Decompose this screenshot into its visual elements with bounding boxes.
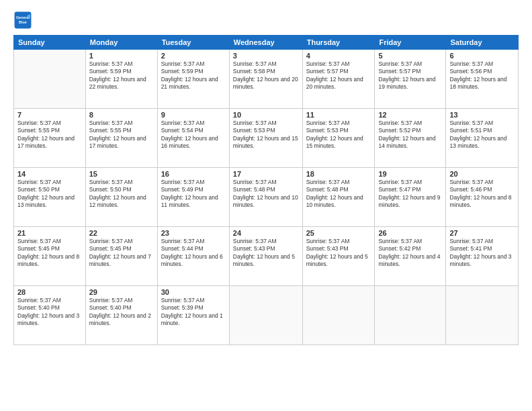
calendar-week-row: 1 Sunrise: 5:37 AM Sunset: 5:59 PM Dayli…	[14, 50, 519, 109]
calendar-week-row: 28 Sunrise: 5:37 AM Sunset: 5:40 PM Dayl…	[14, 286, 519, 345]
daylight-label: Daylight: 12 hours and 20 minutes.	[233, 76, 298, 90]
calendar-week-row: 7 Sunrise: 5:37 AM Sunset: 5:55 PM Dayli…	[14, 109, 519, 168]
sunrise-label: Sunrise: 5:37 AM	[17, 179, 61, 185]
sunrise-label: Sunrise: 5:37 AM	[306, 179, 350, 185]
col-header-tuesday: Tuesday	[157, 36, 229, 50]
day-info: Sunrise: 5:37 AM Sunset: 5:40 PM Dayligh…	[89, 297, 154, 328]
daylight-label: Daylight: 12 hours and 8 minutes.	[17, 253, 79, 267]
sunset-label: Sunset: 5:42 PM	[378, 245, 420, 252]
daylight-label: Daylight: 12 hours and 20 minutes.	[306, 76, 363, 90]
day-info: Sunrise: 5:37 AM Sunset: 5:43 PM Dayligh…	[306, 238, 371, 269]
daylight-label: Daylight: 12 hours and 17 minutes.	[17, 135, 75, 149]
sunset-label: Sunset: 5:59 PM	[161, 68, 204, 75]
day-number: 19	[378, 170, 442, 178]
daylight-label: Daylight: 12 hours and 6 minutes.	[161, 253, 223, 267]
sunset-label: Sunset: 5:44 PM	[161, 245, 204, 252]
day-info: Sunrise: 5:37 AM Sunset: 5:43 PM Dayligh…	[233, 238, 299, 269]
day-info: Sunrise: 5:37 AM Sunset: 5:42 PM Dayligh…	[378, 238, 442, 269]
daylight-label: Daylight: 12 hours and 15 minutes.	[233, 135, 298, 149]
sunrise-label: Sunrise: 5:37 AM	[161, 179, 205, 185]
day-number: 28	[17, 288, 82, 296]
day-number: 18	[306, 170, 371, 178]
day-info: Sunrise: 5:37 AM Sunset: 5:55 PM Dayligh…	[89, 120, 154, 150]
sunrise-label: Sunrise: 5:37 AM	[89, 60, 133, 67]
day-info: Sunrise: 5:37 AM Sunset: 5:53 PM Dayligh…	[233, 120, 299, 150]
col-header-sunday: Sunday	[14, 36, 86, 50]
day-info: Sunrise: 5:37 AM Sunset: 5:45 PM Dayligh…	[89, 238, 154, 269]
sunset-label: Sunset: 5:50 PM	[89, 186, 132, 193]
day-number: 15	[89, 170, 154, 178]
day-number: 1	[89, 52, 154, 60]
day-number: 30	[161, 288, 226, 296]
col-header-friday: Friday	[375, 36, 446, 50]
day-number: 9	[161, 111, 226, 119]
calendar-cell: 22 Sunrise: 5:37 AM Sunset: 5:45 PM Dayl…	[85, 227, 157, 286]
day-number: 2	[161, 52, 226, 60]
day-number: 6	[449, 52, 515, 60]
calendar-cell	[229, 286, 302, 345]
day-number: 21	[17, 229, 82, 237]
daylight-label: Daylight: 12 hours and 3 minutes.	[17, 312, 79, 326]
sunset-label: Sunset: 5:53 PM	[306, 127, 349, 134]
calendar-cell: 18 Sunrise: 5:37 AM Sunset: 5:48 PM Dayl…	[302, 168, 375, 227]
daylight-label: Daylight: 12 hours and 19 minutes.	[378, 76, 435, 90]
sunrise-label: Sunrise: 5:37 AM	[306, 238, 350, 244]
calendar-cell: 29 Sunrise: 5:37 AM Sunset: 5:40 PM Dayl…	[85, 286, 157, 345]
sunrise-label: Sunrise: 5:37 AM	[378, 179, 422, 185]
logo-icon: General Blue	[13, 11, 32, 30]
sunset-label: Sunset: 5:50 PM	[17, 186, 60, 193]
sunrise-label: Sunrise: 5:37 AM	[233, 120, 277, 126]
sunset-label: Sunset: 5:54 PM	[161, 127, 204, 134]
calendar-cell: 6 Sunrise: 5:37 AM Sunset: 5:56 PM Dayli…	[446, 50, 519, 109]
day-number: 16	[161, 170, 226, 178]
day-info: Sunrise: 5:37 AM Sunset: 5:45 PM Dayligh…	[17, 238, 82, 269]
day-info: Sunrise: 5:37 AM Sunset: 5:50 PM Dayligh…	[17, 179, 82, 210]
day-info: Sunrise: 5:37 AM Sunset: 5:54 PM Dayligh…	[161, 120, 226, 150]
daylight-label: Daylight: 12 hours and 21 minutes.	[161, 76, 218, 90]
day-info: Sunrise: 5:37 AM Sunset: 5:55 PM Dayligh…	[17, 120, 82, 150]
calendar-cell: 5 Sunrise: 5:37 AM Sunset: 5:57 PM Dayli…	[375, 50, 446, 109]
day-info: Sunrise: 5:37 AM Sunset: 5:57 PM Dayligh…	[378, 60, 442, 91]
sunset-label: Sunset: 5:48 PM	[306, 186, 349, 193]
calendar-cell: 8 Sunrise: 5:37 AM Sunset: 5:55 PM Dayli…	[85, 109, 157, 168]
calendar-cell: 15 Sunrise: 5:37 AM Sunset: 5:50 PM Dayl…	[85, 168, 157, 227]
calendar-cell: 27 Sunrise: 5:37 AM Sunset: 5:41 PM Dayl…	[446, 227, 519, 286]
day-number: 23	[161, 229, 226, 237]
day-number: 4	[306, 52, 371, 60]
col-header-wednesday: Wednesday	[229, 36, 302, 50]
daylight-label: Daylight: 12 hours and 22 minutes.	[89, 76, 146, 90]
svg-text:Blue: Blue	[19, 20, 27, 24]
sunset-label: Sunset: 5:59 PM	[89, 68, 132, 75]
logo: General Blue	[13, 11, 34, 30]
day-number: 20	[449, 170, 515, 178]
daylight-label: Daylight: 12 hours and 10 minutes.	[306, 194, 363, 208]
day-info: Sunrise: 5:37 AM Sunset: 5:50 PM Dayligh…	[89, 179, 154, 210]
sunset-label: Sunset: 5:49 PM	[161, 186, 204, 193]
calendar-cell: 14 Sunrise: 5:37 AM Sunset: 5:50 PM Dayl…	[14, 168, 86, 227]
sunrise-label: Sunrise: 5:37 AM	[449, 60, 493, 67]
day-number: 8	[89, 111, 154, 119]
sunset-label: Sunset: 5:45 PM	[17, 245, 60, 252]
calendar-cell	[375, 286, 446, 345]
sunrise-label: Sunrise: 5:37 AM	[449, 120, 493, 126]
sunset-label: Sunset: 5:47 PM	[378, 186, 420, 193]
sunset-label: Sunset: 5:52 PM	[378, 127, 420, 134]
col-header-monday: Monday	[85, 36, 157, 50]
calendar-cell	[446, 286, 519, 345]
day-info: Sunrise: 5:37 AM Sunset: 5:41 PM Dayligh…	[449, 238, 515, 269]
sunrise-label: Sunrise: 5:37 AM	[89, 120, 133, 126]
day-info: Sunrise: 5:37 AM Sunset: 5:44 PM Dayligh…	[161, 238, 226, 269]
daylight-label: Daylight: 12 hours and 8 minutes.	[449, 194, 511, 208]
day-number: 5	[378, 52, 442, 60]
sunrise-label: Sunrise: 5:37 AM	[306, 60, 350, 67]
calendar-cell: 11 Sunrise: 5:37 AM Sunset: 5:53 PM Dayl…	[302, 109, 375, 168]
sunset-label: Sunset: 5:39 PM	[161, 304, 204, 311]
day-info: Sunrise: 5:37 AM Sunset: 5:46 PM Dayligh…	[449, 179, 515, 210]
calendar-cell: 23 Sunrise: 5:37 AM Sunset: 5:44 PM Dayl…	[157, 227, 229, 286]
calendar-cell: 25 Sunrise: 5:37 AM Sunset: 5:43 PM Dayl…	[302, 227, 375, 286]
sunrise-label: Sunrise: 5:37 AM	[17, 238, 61, 244]
sunset-label: Sunset: 5:56 PM	[449, 68, 492, 75]
day-number: 3	[233, 52, 299, 60]
daylight-label: Daylight: 12 hours and 5 minutes.	[233, 253, 295, 267]
day-info: Sunrise: 5:37 AM Sunset: 5:52 PM Dayligh…	[378, 120, 442, 150]
